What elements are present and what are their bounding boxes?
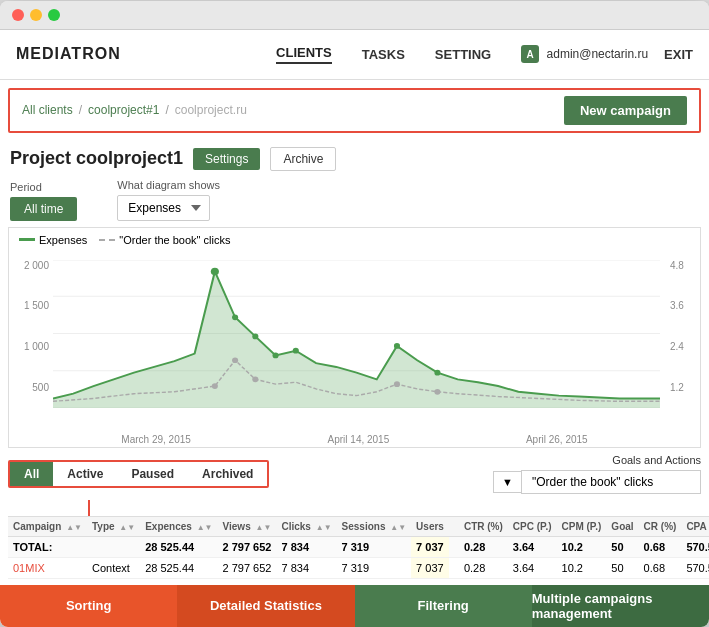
settings-button[interactable]: Settings <box>193 148 260 170</box>
row-cpc: 3.64 <box>508 557 557 578</box>
breadcrumb-bar: All clients / coolproject#1 / coolprojec… <box>8 88 701 133</box>
bottom-tab-detailed-stats[interactable]: Detailed Statistics <box>177 585 354 627</box>
row-views: 2 797 652 <box>218 557 277 578</box>
app-window: MEDIATRON CLIENTS TASKS SETTING A admin@… <box>0 1 709 627</box>
diagram-label: What diagram shows <box>117 179 220 191</box>
chart-container: Expenses "Order the book" clicks 2 000 1… <box>8 227 701 448</box>
nav-right: A admin@nectarin.ru EXIT <box>521 45 693 63</box>
goals-label: Goals and Actions <box>612 454 701 466</box>
svg-point-7 <box>232 314 238 320</box>
goals-select[interactable]: "Order the book" clicks Goal 2 <box>521 470 701 494</box>
th-cr: CR (%) <box>639 516 682 536</box>
total-clicks: 7 834 <box>276 536 336 557</box>
breadcrumb-all-clients[interactable]: All clients <box>22 103 73 117</box>
row-extra <box>449 557 459 578</box>
nav-links: CLIENTS TASKS SETTING <box>276 45 491 64</box>
x-label-1: March 29, 2015 <box>121 434 191 445</box>
app-content: MEDIATRON CLIENTS TASKS SETTING A admin@… <box>0 30 709 627</box>
th-expences: Expences ▲▼ <box>140 516 217 536</box>
goals-arrow-button[interactable]: ▼ <box>493 471 521 493</box>
close-dot[interactable] <box>12 9 24 21</box>
th-clicks: Clicks ▲▼ <box>276 516 336 536</box>
total-row: TOTAL: 28 525.44 2 797 652 7 834 7 319 7… <box>8 536 709 557</box>
app-logo: MEDIATRON <box>16 45 121 63</box>
minimize-dot[interactable] <box>30 9 42 21</box>
nav-link-tasks[interactable]: TASKS <box>362 47 405 62</box>
bottom-tab-multiple-campaigns[interactable]: Multiple campaigns management <box>532 585 709 627</box>
period-control: Period All time <box>10 181 77 221</box>
th-users: Users <box>411 516 449 536</box>
controls-row: Period All time What diagram shows Expen… <box>0 175 709 227</box>
total-users: 7 037 <box>411 536 449 557</box>
svg-point-15 <box>252 376 258 382</box>
nav-link-setting[interactable]: SETTING <box>435 47 491 62</box>
legend-color-clicks <box>99 239 115 241</box>
svg-marker-5 <box>53 271 660 408</box>
period-button[interactable]: All time <box>10 197 77 221</box>
svg-point-16 <box>394 381 400 387</box>
row-goal: 50 <box>606 557 638 578</box>
diagram-control: What diagram shows Expenses <box>117 179 220 221</box>
row-clicks: 7 834 <box>276 557 336 578</box>
table-section: All Active Paused Archived Goals and Act… <box>0 448 709 585</box>
row-ctr: 0.28 <box>459 557 508 578</box>
total-sessions: 7 319 <box>337 536 412 557</box>
navbar: MEDIATRON CLIENTS TASKS SETTING A admin@… <box>0 30 709 80</box>
row-sessions: 7 319 <box>337 557 412 578</box>
row-type: Context <box>87 557 140 578</box>
table-controls: All Active Paused Archived Goals and Act… <box>8 454 701 494</box>
legend-expenses: Expenses <box>19 234 87 246</box>
admin-badge: A <box>521 45 539 63</box>
table-header-row: Campaign ▲▼ Type ▲▼ Expences ▲▼ Views ▲▼… <box>8 516 709 536</box>
total-label: TOTAL: <box>8 536 87 557</box>
project-header: Project coolproject1 Settings Archive <box>0 141 709 175</box>
bottom-tabs: Sorting Detailed Statistics Filtering Mu… <box>0 585 709 627</box>
total-type <box>87 536 140 557</box>
svg-point-17 <box>434 388 440 394</box>
chart-svg <box>53 260 660 408</box>
diagram-select[interactable]: Expenses <box>117 195 210 221</box>
x-label-3: April 26, 2015 <box>526 434 588 445</box>
data-table: Campaign ▲▼ Type ▲▼ Expences ▲▼ Views ▲▼… <box>8 516 709 579</box>
svg-point-12 <box>434 369 440 375</box>
svg-point-9 <box>273 352 279 358</box>
breadcrumb-project-id[interactable]: coolproject#1 <box>88 103 159 117</box>
archive-button[interactable]: Archive <box>270 147 336 171</box>
admin-email: admin@nectarin.ru <box>547 47 649 61</box>
filter-tab-all[interactable]: All <box>10 462 53 486</box>
exit-link[interactable]: EXIT <box>664 47 693 62</box>
x-axis-labels: March 29, 2015 April 14, 2015 April 26, … <box>9 432 700 447</box>
total-goal: 50 <box>606 536 638 557</box>
bottom-tab-filtering[interactable]: Filtering <box>355 585 532 627</box>
legend-clicks: "Order the book" clicks <box>99 234 230 246</box>
filter-tab-archived[interactable]: Archived <box>188 462 267 486</box>
new-campaign-button[interactable]: New campaign <box>564 96 687 125</box>
filter-tab-paused[interactable]: Paused <box>117 462 188 486</box>
breadcrumb: All clients / coolproject#1 / coolprojec… <box>22 103 247 117</box>
bottom-tab-sorting[interactable]: Sorting <box>0 585 177 627</box>
total-cr: 0.68 <box>639 536 682 557</box>
legend-label-clicks: "Order the book" clicks <box>119 234 230 246</box>
total-ctr: 0.28 <box>459 536 508 557</box>
th-extra <box>449 516 459 536</box>
legend-color-expenses <box>19 238 35 241</box>
row-campaign[interactable]: 01MIX <box>8 557 87 578</box>
period-label: Period <box>10 181 77 193</box>
maximize-dot[interactable] <box>48 9 60 21</box>
th-cpc: CPC (P.) <box>508 516 557 536</box>
row-users: 7 037 <box>411 557 449 578</box>
th-type: Type ▲▼ <box>87 516 140 536</box>
svg-point-8 <box>252 333 258 339</box>
breadcrumb-domain: coolproject.ru <box>175 103 247 117</box>
filter-tab-active[interactable]: Active <box>53 462 117 486</box>
total-cpa: 570.51 <box>681 536 709 557</box>
svg-point-11 <box>394 343 400 349</box>
titlebar <box>0 1 709 30</box>
th-sessions: Sessions ▲▼ <box>337 516 412 536</box>
admin-info: A admin@nectarin.ru <box>521 45 648 63</box>
goals-controls: ▼ "Order the book" clicks Goal 2 <box>493 470 701 494</box>
nav-link-clients[interactable]: CLIENTS <box>276 45 332 64</box>
goals-section-wrapper: Goals and Actions ▼ "Order the book" cli… <box>493 454 701 494</box>
row-cpa: 570.51 <box>681 557 709 578</box>
th-ctr: CTR (%) <box>459 516 508 536</box>
